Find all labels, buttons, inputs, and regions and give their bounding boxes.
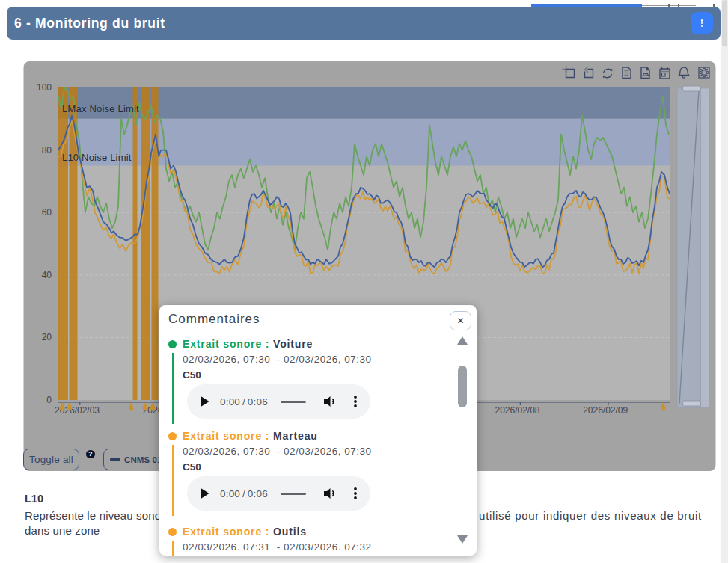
svg-text:2026/02/08: 2026/02/08 <box>495 405 539 416</box>
svg-text:LMax Noise Limit: LMax Noise Limit <box>62 103 139 114</box>
svg-text:20: 20 <box>42 332 52 342</box>
svg-text:60: 60 <box>42 207 52 218</box>
svg-text:0: 0 <box>46 395 52 405</box>
svg-text:100: 100 <box>37 82 52 93</box>
svg-text:80: 80 <box>42 145 52 156</box>
svg-text:40: 40 <box>42 270 52 280</box>
svg-text:2026/02/09: 2026/02/09 <box>583 405 628 416</box>
svg-text:L10 Noise Limit: L10 Noise Limit <box>62 152 132 163</box>
